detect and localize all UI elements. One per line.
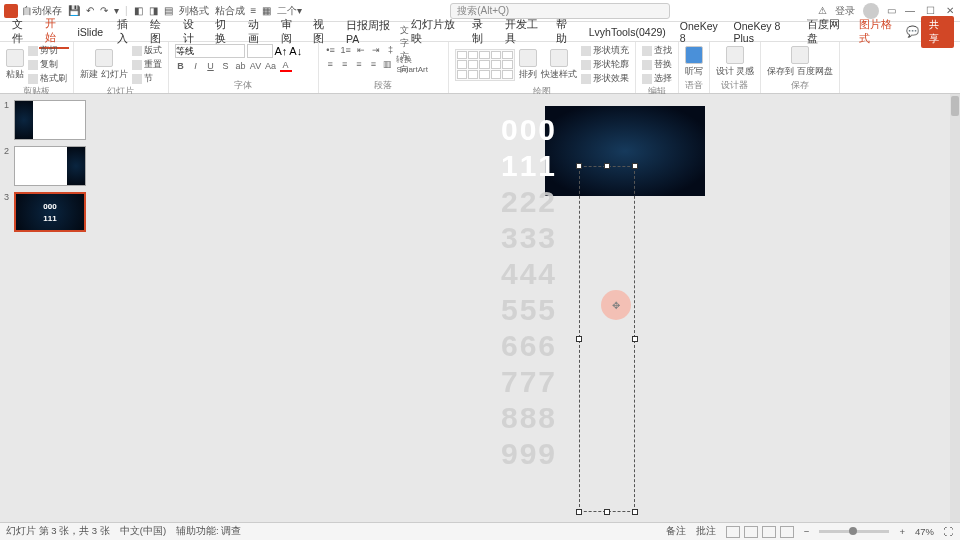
qat-tool-6[interactable]: ▦ <box>262 5 271 16</box>
group-label: 设计器 <box>716 79 755 91</box>
vertical-scrollbar[interactable] <box>950 94 960 522</box>
resize-handle-icon[interactable] <box>632 163 638 169</box>
quick-styles-button[interactable]: 快速样式 <box>541 49 577 81</box>
indent-dec-button[interactable]: ⇤ <box>355 44 367 56</box>
close-icon[interactable]: ✕ <box>944 5 956 16</box>
numbering-button[interactable]: 1≡ <box>340 44 352 56</box>
font-family-input[interactable] <box>175 44 245 58</box>
qat-tool-1[interactable]: ◧ <box>134 5 143 16</box>
strike-button[interactable]: S <box>220 60 232 72</box>
shrink-font-icon[interactable]: A↓ <box>289 45 302 57</box>
qat-tool-2[interactable]: ◨ <box>149 5 158 16</box>
dictate-button[interactable]: 听写 <box>685 46 703 78</box>
zoom-in-button[interactable]: + <box>899 526 905 537</box>
slide-thumbnails: 1 2 3 000 111 <box>0 94 98 522</box>
grow-font-icon[interactable]: A↑ <box>275 45 288 57</box>
columns-button[interactable]: ▥ <box>382 58 393 70</box>
group-drawing: 排列 快速样式 形状填充 形状轮廓 形状效果 绘图 <box>449 42 636 93</box>
align-center-button[interactable]: ≡ <box>339 58 350 70</box>
zoom-knob[interactable] <box>849 527 857 535</box>
thumbnail-1[interactable] <box>14 100 86 140</box>
shadow-button[interactable]: ab <box>235 60 247 72</box>
cut-button[interactable]: 剪切 <box>28 44 67 57</box>
font-color-button[interactable]: A <box>280 60 292 72</box>
ribbon-mode-icon[interactable]: ▭ <box>887 5 896 16</box>
shape-fill-button[interactable]: 形状填充 <box>581 44 629 57</box>
resize-handle-icon[interactable] <box>632 509 638 515</box>
bold-button[interactable]: B <box>175 60 187 72</box>
sorter-view-icon[interactable] <box>744 526 758 538</box>
smartart-button[interactable]: 转换SmartArt <box>396 58 441 70</box>
align-right-button[interactable]: ≡ <box>353 58 364 70</box>
resize-handle-icon[interactable] <box>604 163 610 169</box>
language-indicator[interactable]: 中文(中国) <box>120 525 166 538</box>
fit-window-icon[interactable]: ⛶ <box>944 526 954 537</box>
reading-view-icon[interactable] <box>762 526 776 538</box>
new-slide-button[interactable]: 新建 幻灯片 <box>80 49 128 81</box>
cursor-highlight-icon: ✥ <box>601 290 631 320</box>
normal-view-icon[interactable] <box>726 526 740 538</box>
tab-islide[interactable]: iSlide <box>71 24 109 40</box>
menu-bar: 文件 开始 iSlide 插入 绘图 设计 切换 动画 审阅 视图 日报周报 P… <box>0 22 960 42</box>
select-button[interactable]: 选择 <box>642 72 672 85</box>
shape-outline-button[interactable]: 形状轮廓 <box>581 58 629 71</box>
notes-button[interactable]: 备注 <box>666 525 686 538</box>
spacing-button[interactable]: AV <box>250 60 262 72</box>
arrange-button[interactable]: 排列 <box>519 49 537 81</box>
zoom-slider[interactable] <box>819 530 889 533</box>
comments-button[interactable]: 批注 <box>696 525 716 538</box>
resize-handle-icon[interactable] <box>604 509 610 515</box>
copy-button[interactable]: 复制 <box>28 58 67 71</box>
comments-icon[interactable]: 💬 <box>906 25 919 38</box>
resize-handle-icon[interactable] <box>576 509 582 515</box>
warning-icon[interactable]: ⚠ <box>818 5 827 16</box>
shapes-gallery[interactable] <box>455 49 515 81</box>
section-button[interactable]: 节 <box>132 72 162 85</box>
zoom-out-button[interactable]: − <box>804 526 810 537</box>
design-ideas-button[interactable]: 设计 灵感 <box>716 46 755 78</box>
qat-tool-3[interactable]: ▤ <box>164 5 173 16</box>
maximize-icon[interactable]: ☐ <box>924 5 936 16</box>
group-slides: 新建 幻灯片 版式 重置 节 幻灯片 <box>74 42 169 93</box>
undo-icon[interactable]: ↶ <box>86 5 94 16</box>
tab-picture-format[interactable]: 图片格式 <box>853 16 902 48</box>
redo-icon[interactable]: ↷ <box>100 5 108 16</box>
qat-more-icon[interactable]: ▾ <box>114 5 119 16</box>
slide-canvas[interactable]: 000 111 222 333 444 555 666 777 888 999 … <box>98 94 960 522</box>
tab-lvyh[interactable]: LvyhTools(0429) <box>583 24 672 40</box>
case-button[interactable]: Aa <box>265 60 277 72</box>
zoom-level[interactable]: 47% <box>915 526 934 537</box>
resize-handle-icon[interactable] <box>576 163 582 169</box>
shape-effects-button[interactable]: 形状效果 <box>581 72 629 85</box>
reset-button[interactable]: 重置 <box>132 58 162 71</box>
minimize-icon[interactable]: — <box>904 5 916 16</box>
layout-button[interactable]: 版式 <box>132 44 162 57</box>
replace-button[interactable]: 替换 <box>642 58 672 71</box>
accessibility-indicator[interactable]: 辅助功能: 调查 <box>176 525 241 538</box>
paste-button[interactable]: 粘贴 <box>6 49 24 81</box>
font-size-input[interactable] <box>247 44 273 58</box>
save-icon[interactable]: 💾 <box>68 5 80 16</box>
find-button[interactable]: 查找 <box>642 44 672 57</box>
justify-button[interactable]: ≡ <box>368 58 379 70</box>
indent-inc-button[interactable]: ⇥ <box>370 44 382 56</box>
resize-handle-icon[interactable] <box>576 336 582 342</box>
scrollbar-handle[interactable] <box>951 96 959 116</box>
qat-align-icon[interactable]: ≡ <box>251 5 257 16</box>
underline-button[interactable]: U <box>205 60 217 72</box>
number-text-box[interactable]: 000 111 222 333 444 555 666 777 888 999 <box>501 112 557 472</box>
thumbnail-2[interactable] <box>14 146 86 186</box>
group-clipboard: 粘贴 剪切 复制 格式刷 剪贴板 <box>0 42 74 93</box>
resize-handle-icon[interactable] <box>632 336 638 342</box>
save-cloud-button[interactable]: 保存到 百度网盘 <box>767 46 833 78</box>
align-left-button[interactable]: ≡ <box>325 58 336 70</box>
selection-box[interactable] <box>579 166 635 512</box>
thumbnail-3[interactable]: 000 111 <box>14 192 86 232</box>
share-button[interactable]: 共享 <box>921 16 954 48</box>
thumb-number: 3 <box>4 192 12 232</box>
bullets-button[interactable]: •≡ <box>325 44 337 56</box>
italic-button[interactable]: I <box>190 60 202 72</box>
format-painter-button[interactable]: 格式刷 <box>28 72 67 85</box>
slideshow-view-icon[interactable] <box>780 526 794 538</box>
line-spacing-button[interactable]: ‡ <box>385 44 397 56</box>
